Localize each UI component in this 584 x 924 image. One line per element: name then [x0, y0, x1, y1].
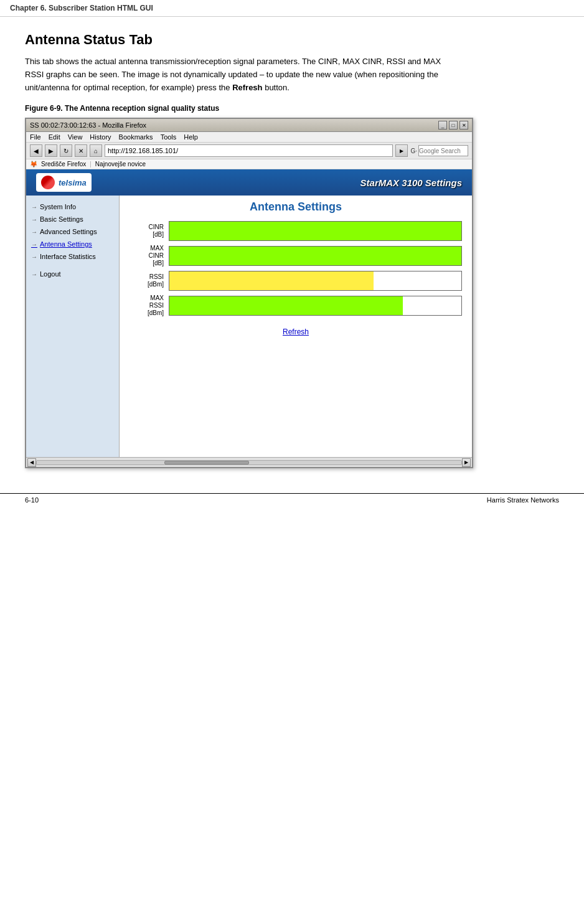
chart-row-max-rssi: MAXRSSI[dBm]: [130, 295, 462, 317]
telsima-logo: telsima: [36, 173, 92, 192]
browser-titlebar: SS 00:02:73:00:12:63 - Mozilla Firefox _…: [26, 119, 472, 132]
sidebar-label-logout: Logout: [40, 270, 61, 278]
reload-button[interactable]: ↻: [60, 144, 72, 157]
menu-tools[interactable]: Tools: [161, 133, 177, 141]
rssi-bar: [169, 271, 374, 290]
google-search-area: G·: [410, 145, 468, 156]
sidebar-item-system-info[interactable]: → System Info: [26, 200, 119, 213]
minimize-button[interactable]: _: [438, 121, 447, 130]
page-body: Antenna Status Tab This tab shows the ac…: [0, 17, 584, 483]
browser-menubar: File Edit View History Bookmarks Tools H…: [26, 132, 472, 143]
figure-caption: Figure 6-9. The Antenna reception signal…: [25, 104, 559, 113]
browser-body: telsima StarMAX 3100 Settings → System I…: [26, 169, 472, 467]
chapter-header: Chapter 6. Subscriber Station HTML GUI: [0, 0, 584, 17]
arrow-icon-3: →: [31, 229, 37, 235]
cinr-label: CINR[dB]: [130, 224, 164, 238]
max-rssi-label: MAXRSSI[dBm]: [130, 295, 164, 317]
scrollbar-thumb[interactable]: [164, 461, 249, 464]
chart-row-max-cinr: MAXCINR[dB]: [130, 245, 462, 267]
sidebar-label-interface-stats: Interface Statistics: [40, 253, 96, 260]
antenna-settings-heading: Antenna Settings: [130, 200, 462, 214]
home-button[interactable]: ⌂: [90, 144, 102, 157]
menu-bookmarks[interactable]: Bookmarks: [119, 133, 153, 141]
bookmark-news[interactable]: Najnovejše novice: [95, 161, 146, 167]
sidebar-label-system-info: System Info: [40, 203, 76, 210]
stop-button[interactable]: ✕: [75, 144, 87, 157]
max-cinr-bar: [169, 247, 461, 265]
google-label: G·: [410, 148, 417, 154]
sidebar-item-antenna-settings[interactable]: → Antenna Settings: [26, 238, 119, 250]
main-content-area: Antenna Settings CINR[dB] MAXCINR[d: [120, 196, 472, 457]
sidebar-label-antenna-settings: Antenna Settings: [40, 240, 92, 248]
footer-company: Harris Stratex Networks: [487, 496, 559, 504]
rssi-label: RSSI[dBm]: [130, 273, 164, 288]
menu-help[interactable]: Help: [184, 133, 198, 141]
back-button[interactable]: ◀: [30, 144, 42, 157]
sidebar-label-basic-settings: Basic Settings: [40, 215, 83, 223]
go-button[interactable]: ▶: [395, 144, 408, 157]
rssi-bar-container: [169, 271, 462, 291]
refresh-link[interactable]: Refresh: [283, 328, 309, 336]
bottom-scrollbar[interactable]: ◀ ▶: [26, 457, 472, 467]
scrollbar-left-arrow[interactable]: ◀: [27, 458, 36, 467]
bookmark-firefox-icon[interactable]: 🦊: [30, 161, 37, 167]
logo-text: telsima: [59, 178, 87, 187]
browser-title: SS 00:02:73:00:12:63 - Mozilla Firefox: [30, 121, 146, 129]
arrow-icon-2: →: [31, 216, 37, 223]
app-title: StarMAX 3100 Settings: [360, 177, 462, 188]
max-cinr-label: MAXCINR[dB]: [130, 245, 164, 267]
page-footer: 6-10 Harris Stratex Networks: [0, 493, 584, 506]
sidebar-item-logout[interactable]: → Logout: [26, 268, 119, 280]
arrow-icon-4: →: [31, 241, 37, 248]
bookmark-separator: |: [90, 161, 92, 167]
sidebar-label-advanced-settings: Advanced Settings: [40, 228, 97, 235]
arrow-icon: →: [31, 204, 37, 210]
bold-refresh-word: Refresh: [232, 83, 262, 92]
sidebar-item-interface-stats[interactable]: → Interface Statistics: [26, 250, 119, 263]
chart-row-rssi: RSSI[dBm]: [130, 271, 462, 291]
footer-page-number: 6-10: [25, 496, 39, 504]
max-cinr-bar-container: [169, 246, 462, 266]
arrow-icon-5: →: [31, 253, 37, 260]
browser-window: SS 00:02:73:00:12:63 - Mozilla Firefox _…: [25, 118, 473, 468]
description-text: This tab shows the actual antenna transm…: [25, 55, 461, 94]
cinr-bar-container: [169, 221, 462, 241]
page-title: Antenna Status Tab: [25, 32, 559, 48]
browser-toolbar: ◀ ▶ ↻ ✕ ⌂ ▶ G·: [26, 143, 472, 159]
address-bar[interactable]: [105, 144, 393, 157]
cinr-bar: [169, 222, 461, 240]
forward-button[interactable]: ▶: [45, 144, 57, 157]
scrollbar-track[interactable]: [36, 460, 462, 465]
menu-history[interactable]: History: [90, 133, 111, 141]
bookmark-firefox[interactable]: Središče Firefox: [41, 161, 86, 167]
max-rssi-bar-container: [169, 296, 462, 316]
arrow-icon-6: →: [31, 271, 37, 278]
refresh-section: Refresh: [130, 327, 462, 336]
window-controls: _ □ ✕: [438, 121, 468, 130]
menu-edit[interactable]: Edit: [49, 133, 60, 141]
sidebar-item-advanced-settings[interactable]: → Advanced Settings: [26, 225, 119, 238]
sidebar-item-basic-settings[interactable]: → Basic Settings: [26, 213, 119, 225]
max-rssi-bar: [169, 296, 403, 315]
app-layout: → System Info → Basic Settings → Advance…: [26, 196, 472, 457]
google-search-input[interactable]: [418, 145, 468, 156]
sidebar: → System Info → Basic Settings → Advance…: [26, 196, 120, 457]
close-button[interactable]: ✕: [459, 121, 468, 130]
chart-container: CINR[dB] MAXCINR[dB]: [130, 221, 462, 317]
menu-file[interactable]: File: [30, 133, 41, 141]
logo-icon: [41, 176, 55, 189]
app-banner: telsima StarMAX 3100 Settings: [26, 169, 472, 196]
chart-row-cinr: CINR[dB]: [130, 221, 462, 241]
browser-bookmarks-bar: 🦊 Središče Firefox | Najnovejše novice: [26, 159, 472, 169]
maximize-button[interactable]: □: [449, 121, 458, 130]
menu-view[interactable]: View: [68, 133, 83, 141]
scrollbar-right-arrow[interactable]: ▶: [462, 458, 471, 467]
